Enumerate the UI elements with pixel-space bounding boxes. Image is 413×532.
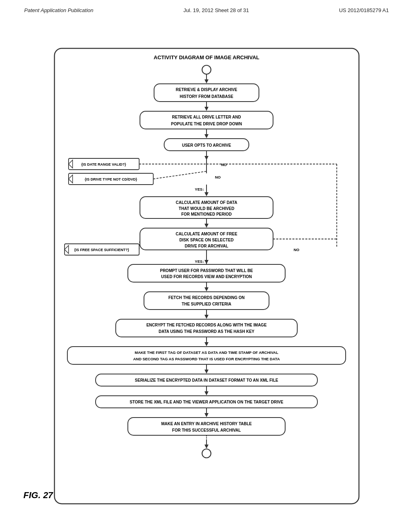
node-fetch-records-2: THE SUPPLIED CRITERIA bbox=[182, 302, 232, 306]
svg-rect-3 bbox=[154, 84, 259, 102]
node-retrieve-drive: RETRIEVE ALL DRIVE LETTER AND bbox=[172, 115, 241, 119]
node-retrieve-display-2: HISTORY FROM DATABASE bbox=[180, 94, 234, 99]
node-calc-disk-2: DISK SPACE ON SELECTED bbox=[179, 238, 234, 242]
header-patent-number: US 2012/0185279 A1 bbox=[339, 7, 389, 13]
node-serialize: SERIALIZE THE ENCRYPTED DATA IN DATASET … bbox=[135, 378, 278, 382]
node-store-xml: STORE THE XML FILE AND THE VIEWER APPLIC… bbox=[130, 400, 284, 404]
decision-free-space: {IS FREE SPACE SUFFICIENT?} bbox=[74, 248, 129, 252]
node-second-tag: AND SECOND TAG AS PASSWORD THAT IS USED … bbox=[133, 357, 280, 361]
header-date-sheet: Jul. 19, 2012 Sheet 28 of 31 bbox=[184, 7, 249, 13]
label-no-1: NO bbox=[221, 162, 227, 167]
node-calc-data-2: THAT WOULD BE ARCHIVED bbox=[179, 206, 234, 211]
decision-drive-type: {IS DRIVE TYPE NOT CD/DVD} bbox=[85, 177, 138, 181]
decision-date-range: {IS DATE RANGE VALID?} bbox=[81, 162, 126, 166]
fig-label: FIG. 27 bbox=[23, 490, 53, 501]
svg-rect-53 bbox=[128, 418, 285, 435]
node-retrieve-display: RETRIEVE & DISPLAY ARCHIVE bbox=[176, 87, 238, 92]
svg-rect-35 bbox=[128, 264, 285, 282]
label-yes-2: YES↓ bbox=[195, 259, 204, 264]
end-node bbox=[202, 449, 211, 458]
diagram-title: ACTIVITY DIAGRAM OF IMAGE ARCHIVAL bbox=[154, 54, 259, 60]
svg-rect-44 bbox=[67, 347, 346, 364]
node-calc-data-3: FOR MENTIONED PERIOD bbox=[181, 212, 232, 216]
node-user-opts: USER OPTS TO ARCHIVE bbox=[182, 143, 231, 148]
label-no-2: NO bbox=[215, 175, 221, 179]
svg-rect-38 bbox=[144, 292, 269, 310]
start-node bbox=[202, 65, 211, 74]
node-prompt-password-2: USED FOR RECORDS VIEW AND ENCRYPTION bbox=[161, 274, 252, 279]
node-first-tag: MAKE THE FIRST TAG OF DATASET AS DATA AN… bbox=[135, 350, 278, 355]
node-populate-drive: POPULATE THE DRIVE DROP DOWN bbox=[171, 122, 242, 126]
node-encrypt-2: DATA USING THE PASSWORD AS THE HASH KEY bbox=[159, 329, 254, 334]
flowchart-svg: ACTIVITY DIAGRAM OF IMAGE ARCHIVAL RETRI… bbox=[50, 46, 363, 510]
header-publication: Patent Application Publication bbox=[24, 7, 94, 13]
node-calc-disk-3: DRIVE FOR ARCHIVAL bbox=[185, 244, 228, 248]
svg-rect-6 bbox=[140, 111, 273, 129]
page-header: Patent Application Publication Jul. 19, … bbox=[0, 0, 413, 17]
page: Patent Application Publication Jul. 19, … bbox=[0, 0, 413, 532]
node-fetch-records: FETCH THE RECORDS DEPENDING ON bbox=[169, 295, 245, 300]
node-archive-entry-2: FOR THIS SUCCESSFUL ARCHIVAL bbox=[172, 428, 241, 432]
node-encrypt: ENCRYPT THE FETCHED RECORDS ALONG WITH T… bbox=[146, 323, 267, 327]
label-yes-1: YES↓ bbox=[195, 187, 204, 191]
diagram-container: ACTIVITY DIAGRAM OF IMAGE ARCHIVAL RETRI… bbox=[50, 46, 363, 511]
node-calc-data: CALCULATE AMOUNT OF DATA bbox=[176, 200, 237, 205]
node-archive-entry: MAKE AN ENTRY IN ARCHIVE HISTORY TABLE bbox=[161, 422, 252, 426]
svg-rect-41 bbox=[116, 319, 297, 337]
node-prompt-password: PROMPT USER FOR PASSWORD THAT WILL BE bbox=[160, 268, 253, 273]
label-no-3: NO bbox=[294, 247, 299, 252]
node-calc-disk: CALCULATE AMOUNT OF FREE bbox=[176, 232, 238, 236]
